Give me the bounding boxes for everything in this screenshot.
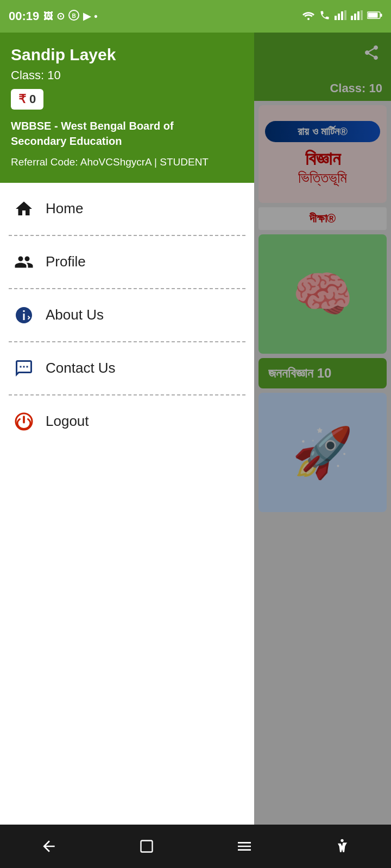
youtube-icon: ▶ bbox=[83, 10, 91, 22]
home-icon bbox=[13, 198, 35, 220]
battery-icon bbox=[367, 11, 382, 22]
svg-text:B: B bbox=[72, 13, 76, 19]
bottom-nav bbox=[0, 825, 391, 868]
photo-icon: 🖼 bbox=[43, 11, 53, 22]
svg-rect-10 bbox=[361, 10, 363, 20]
nav-item-contact[interactable]: Contact Us bbox=[0, 342, 254, 394]
main-container: Sandip Layek Class: 10 ₹ 0 WBBSE - West … bbox=[0, 33, 391, 868]
music-icon: ⊙ bbox=[56, 10, 65, 22]
drawer-overlay[interactable] bbox=[254, 33, 391, 868]
nav-item-home[interactable]: Home bbox=[0, 183, 254, 235]
nav-item-about[interactable]: About Us bbox=[0, 289, 254, 341]
signal2-icon bbox=[351, 10, 363, 23]
status-left-icons: 🖼 ⊙ B ▶ • bbox=[43, 9, 97, 24]
status-bar: 00:19 🖼 ⊙ B ▶ • bbox=[0, 0, 391, 33]
drawer-referral: Referral Code: AhoVCShgycrA | STUDENT bbox=[11, 155, 243, 170]
status-time-area: 00:19 🖼 ⊙ B ▶ • bbox=[9, 9, 98, 24]
drawer-board: WBBSE - West Bengal Board ofSecondary Ed… bbox=[11, 118, 243, 149]
svg-rect-8 bbox=[354, 14, 356, 20]
contact-label: Contact Us bbox=[46, 360, 116, 376]
status-right-icons bbox=[302, 10, 382, 23]
status-time: 00:19 bbox=[9, 9, 39, 23]
back-button[interactable] bbox=[33, 830, 65, 863]
nav-items: Home Profile bbox=[0, 183, 254, 868]
svg-point-18 bbox=[340, 839, 343, 842]
signal1-icon bbox=[335, 10, 346, 23]
logout-icon bbox=[13, 411, 35, 432]
drawer-header: Sandip Layek Class: 10 ₹ 0 WBBSE - West … bbox=[0, 33, 254, 183]
svg-rect-7 bbox=[351, 16, 353, 20]
contact-icon bbox=[13, 358, 35, 379]
svg-rect-9 bbox=[357, 11, 360, 20]
drawer-balance: ₹ 0 bbox=[11, 89, 43, 110]
nav-item-logout[interactable]: Logout bbox=[0, 395, 254, 448]
drawer-class: Class: 10 bbox=[11, 68, 243, 82]
profile-label: Profile bbox=[46, 253, 86, 270]
home-button[interactable] bbox=[130, 830, 163, 863]
svg-rect-5 bbox=[341, 11, 343, 20]
navigation-drawer: Sandip Layek Class: 10 ₹ 0 WBBSE - West … bbox=[0, 33, 254, 868]
svg-rect-4 bbox=[338, 14, 340, 20]
svg-rect-12 bbox=[368, 12, 378, 17]
nav-item-profile[interactable]: Profile bbox=[0, 236, 254, 288]
accessibility-button[interactable] bbox=[326, 830, 358, 863]
svg-point-2 bbox=[307, 18, 310, 20]
logout-label: Logout bbox=[46, 413, 89, 430]
drawer-username: Sandip Layek bbox=[11, 46, 243, 64]
svg-rect-6 bbox=[344, 10, 346, 20]
dot-icon: • bbox=[94, 11, 97, 22]
profile-icon bbox=[13, 251, 35, 273]
menu-button[interactable] bbox=[228, 830, 261, 863]
data-icon: B bbox=[68, 9, 80, 24]
svg-rect-17 bbox=[141, 841, 153, 852]
balance-amount: 0 bbox=[29, 92, 36, 106]
about-icon bbox=[13, 304, 35, 326]
svg-rect-3 bbox=[335, 16, 337, 20]
svg-rect-13 bbox=[381, 14, 382, 17]
call-icon bbox=[319, 10, 330, 23]
wifi-icon bbox=[302, 10, 315, 23]
home-label: Home bbox=[46, 200, 83, 217]
about-label: About Us bbox=[46, 307, 104, 323]
rupee-symbol: ₹ bbox=[18, 92, 26, 106]
